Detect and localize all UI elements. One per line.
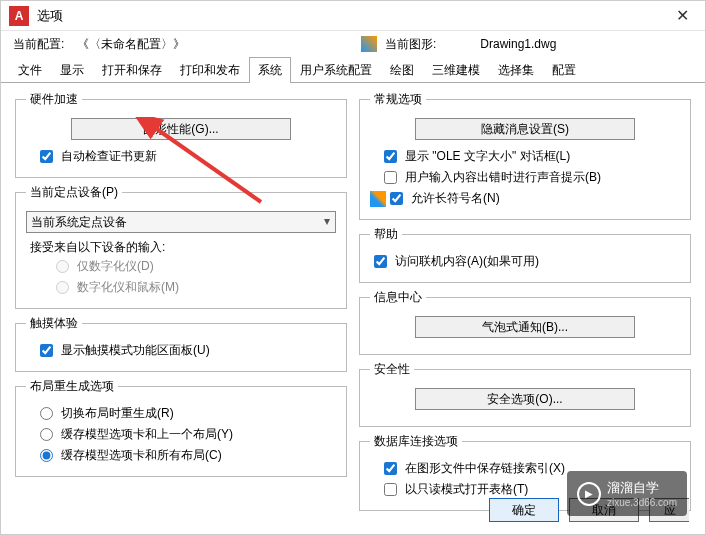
hidden-message-settings-button[interactable]: 隐藏消息设置(S) — [415, 118, 635, 140]
legend-general: 常规选项 — [370, 91, 426, 108]
radio-cache-all[interactable] — [40, 449, 53, 462]
ok-button[interactable]: 确定 — [489, 498, 559, 522]
group-infocenter: 信息中心 气泡式通知(B)... — [359, 289, 691, 355]
lbl-readonly-tables: 以只读模式打开表格(T) — [405, 481, 528, 498]
balloon-notify-button[interactable]: 气泡式通知(B)... — [415, 316, 635, 338]
security-options-button[interactable]: 安全选项(O)... — [415, 388, 635, 410]
legend-layout-regen: 布局重生成选项 — [26, 378, 118, 395]
lbl-online-content: 访问联机内容(A)(如果可用) — [395, 253, 539, 270]
tab-selection[interactable]: 选择集 — [489, 57, 543, 83]
tab-profiles[interactable]: 配置 — [543, 57, 585, 83]
lbl-touch-ribbon: 显示触摸模式功能区面板(U) — [61, 342, 210, 359]
legend-help: 帮助 — [370, 226, 402, 243]
lbl-store-link-index: 在图形文件中保存链接索引(X) — [405, 460, 565, 477]
group-help: 帮助 访问联机内容(A)(如果可用) — [359, 226, 691, 283]
app-logo-icon: A — [9, 6, 29, 26]
watermark-url: zixue.3d66.com — [607, 497, 677, 508]
tab-file[interactable]: 文件 — [9, 57, 51, 83]
radio-digitizer-mouse — [56, 281, 69, 294]
group-layout-regen: 布局重生成选项 切换布局时重生成(R) 缓存模型选项卡和上一个布局(Y) 缓存模… — [15, 378, 347, 477]
legend-db-connect: 数据库连接选项 — [370, 433, 462, 450]
lbl-digitizer-only: 仅数字化仪(D) — [77, 258, 154, 275]
radio-digitizer-only — [56, 260, 69, 273]
chk-touch-ribbon[interactable] — [40, 344, 53, 357]
current-drawing-label: 当前图形: — [385, 36, 436, 53]
group-security: 安全性 安全选项(O)... — [359, 361, 691, 427]
play-icon: ▶ — [577, 482, 601, 506]
close-button[interactable]: ✕ — [668, 6, 697, 25]
watermark: ▶ 溜溜自学 zixue.3d66.com — [567, 471, 687, 516]
chk-online-content[interactable] — [374, 255, 387, 268]
profile-row: 当前配置: 《〈未命名配置〉》 当前图形: Drawing1.dwg — [1, 31, 705, 57]
radio-regen-switch[interactable] — [40, 407, 53, 420]
lbl-regen-switch: 切换布局时重生成(R) — [61, 405, 174, 422]
tab-bar: 文件 显示 打开和保存 打印和发布 系统 用户系统配置 绘图 三维建模 选择集 … — [1, 57, 705, 83]
current-profile-label: 当前配置: — [13, 36, 73, 53]
accept-input-label: 接受来自以下设备的输入: — [26, 239, 336, 256]
radio-cache-last[interactable] — [40, 428, 53, 441]
options-dialog: A 选项 ✕ 当前配置: 《〈未命名配置〉》 当前图形: Drawing1.dw… — [0, 0, 706, 535]
chk-beep-error[interactable] — [384, 171, 397, 184]
lbl-cache-last: 缓存模型选项卡和上一个布局(Y) — [61, 426, 233, 443]
lbl-beep-error: 用户输入内容出错时进行声音提示(B) — [405, 169, 601, 186]
current-drawing-value: Drawing1.dwg — [480, 37, 556, 51]
left-column: 硬件加速 图形性能(G)... 自动检查证书更新 当前定点设备(P) 接受来自以… — [15, 91, 347, 493]
graphics-performance-button[interactable]: 图形性能(G)... — [71, 118, 291, 140]
tab-print-publish[interactable]: 打印和发布 — [171, 57, 249, 83]
right-column: 常规选项 隐藏消息设置(S) 显示 "OLE 文字大小" 对话框(L) 用户输入… — [359, 91, 691, 493]
pointing-device-select[interactable] — [26, 211, 336, 233]
group-pointing-device: 当前定点设备(P) 接受来自以下设备的输入: 仅数字化仪(D) 数字化仪和鼠标(… — [15, 184, 347, 309]
tab-display[interactable]: 显示 — [51, 57, 93, 83]
group-hardware-accel: 硬件加速 图形性能(G)... 自动检查证书更新 — [15, 91, 347, 178]
tab-open-save[interactable]: 打开和保存 — [93, 57, 171, 83]
watermark-brand: 溜溜自学 — [607, 480, 659, 495]
tab-user-pref[interactable]: 用户系统配置 — [291, 57, 381, 83]
window-title: 选项 — [37, 7, 668, 25]
drawing-file-icon — [361, 36, 377, 52]
chk-readonly-tables[interactable] — [384, 483, 397, 496]
legend-hardware-accel: 硬件加速 — [26, 91, 82, 108]
titlebar: A 选项 ✕ — [1, 1, 705, 31]
chk-long-symbol[interactable] — [390, 192, 403, 205]
lbl-digitizer-mouse: 数字化仪和鼠标(M) — [77, 279, 179, 296]
group-general: 常规选项 隐藏消息设置(S) 显示 "OLE 文字大小" 对话框(L) 用户输入… — [359, 91, 691, 220]
tab-drafting[interactable]: 绘图 — [381, 57, 423, 83]
tab-system[interactable]: 系统 — [249, 57, 291, 83]
legend-touch: 触摸体验 — [26, 315, 82, 332]
lbl-cert-update: 自动检查证书更新 — [61, 148, 157, 165]
legend-pointing: 当前定点设备(P) — [26, 184, 122, 201]
dwg-property-icon — [370, 191, 386, 207]
chk-cert-update[interactable] — [40, 150, 53, 163]
legend-infocenter: 信息中心 — [370, 289, 426, 306]
lbl-ole-dialog: 显示 "OLE 文字大小" 对话框(L) — [405, 148, 570, 165]
tab-3d[interactable]: 三维建模 — [423, 57, 489, 83]
lbl-cache-all: 缓存模型选项卡和所有布局(C) — [61, 447, 222, 464]
legend-security: 安全性 — [370, 361, 414, 378]
current-profile-value: 《〈未命名配置〉》 — [77, 36, 357, 53]
group-touch: 触摸体验 显示触摸模式功能区面板(U) — [15, 315, 347, 372]
lbl-long-symbol: 允许长符号名(N) — [411, 190, 500, 207]
chk-ole-dialog[interactable] — [384, 150, 397, 163]
chk-store-link-index[interactable] — [384, 462, 397, 475]
tab-content: 硬件加速 图形性能(G)... 自动检查证书更新 当前定点设备(P) 接受来自以… — [1, 83, 705, 501]
